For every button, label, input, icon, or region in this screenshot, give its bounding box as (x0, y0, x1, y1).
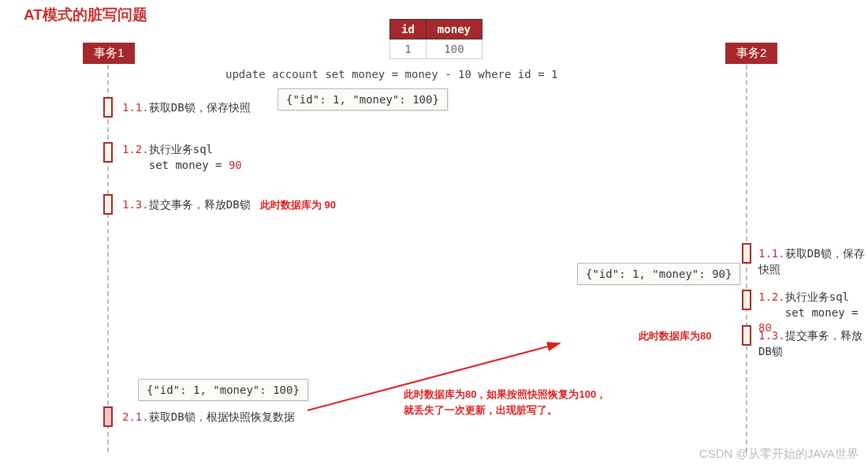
step-num: 1.3. (758, 329, 785, 342)
activation-box (742, 290, 751, 310)
step-val: 90 (229, 159, 242, 171)
th-id: id (390, 20, 427, 39)
tx1-step1: 1.1.获取DB锁，保存快照 (122, 100, 251, 116)
tx1-step3: 1.3.提交事务，释放DB锁 (122, 197, 251, 213)
snapshot-3: {"id": 1, "money": 100} (138, 379, 308, 401)
step-num: 1.2. (122, 143, 149, 155)
step-label: 获取DB锁，根据快照恢复数据 (149, 410, 295, 423)
activation-box (742, 325, 751, 346)
step-label: 执行业务sql (785, 290, 849, 303)
warn-line1: 此时数据库为80，如果按照快照恢复为100， (404, 388, 606, 400)
sql-statement: update account set money = money - 10 wh… (225, 68, 557, 80)
note-db90: 此时数据库为 90 (260, 198, 336, 212)
step-sub: set money = (785, 306, 859, 319)
activation-box (103, 406, 113, 427)
lane-tx2: 事务2 (725, 43, 777, 64)
dirty-write-warning: 此时数据库为80，如果按照快照恢复为100， 就丢失了一次更新，出现脏写了。 (404, 387, 606, 417)
watermark: CSDN @从零开始的JAVA世界 (699, 447, 859, 462)
step-num: 2.1. (122, 410, 149, 423)
step-num: 1.1. (758, 247, 785, 260)
td-money: 100 (426, 39, 482, 59)
activation-box (103, 97, 113, 118)
td-id: 1 (390, 39, 427, 59)
step-num: 1.3. (122, 198, 149, 211)
step-label: 获取DB锁，保存快照 (149, 101, 251, 114)
activation-box (742, 243, 751, 264)
tx1-step4: 2.1.获取DB锁，根据快照恢复数据 (122, 410, 295, 425)
step-num: 1.1. (122, 101, 149, 114)
tx2-step3: 1.3.提交事务，释放DB锁 (758, 328, 868, 359)
diagram-title: AT模式的脏写问题 (24, 5, 147, 25)
snapshot-1: {"id": 1, "money": 100} (278, 88, 448, 110)
activation-box (103, 142, 113, 163)
db-table: id money 1 100 (389, 19, 482, 59)
step-sub: set money = (149, 159, 229, 171)
th-money: money (426, 20, 482, 39)
step-label: 执行业务sql (149, 143, 213, 155)
step-label: 提交事务，释放DB锁 (149, 198, 251, 211)
lifeline-tx1 (107, 65, 109, 452)
activation-box (103, 194, 113, 215)
note-db80: 此时数据库为80 (639, 329, 711, 343)
tx1-step2: 1.2.执行业务sql set money = 90 (122, 142, 242, 173)
warn-line2: 就丢失了一次更新，出现脏写了。 (404, 404, 557, 416)
tx2-step1: 1.1.获取DB锁，保存快照 (758, 246, 868, 277)
snapshot-2: {"id": 1, "money": 90} (577, 263, 740, 285)
step-num: 1.2. (758, 290, 785, 303)
lane-tx1: 事务1 (83, 43, 135, 64)
